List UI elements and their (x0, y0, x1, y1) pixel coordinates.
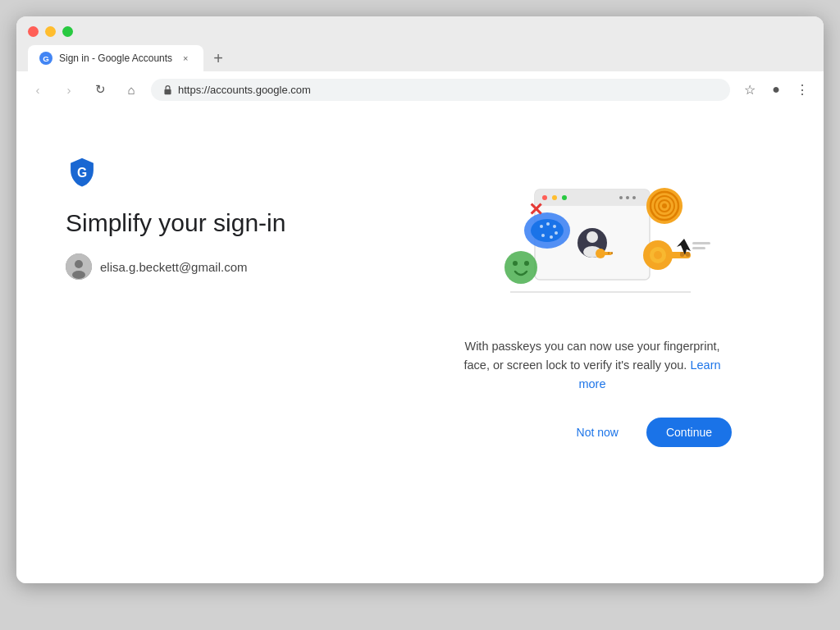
svg-point-23 (531, 219, 564, 242)
svg-text:✕: ✕ (528, 199, 543, 220)
address-bar-row: ‹ › ↻ ⌂ https://accounts.google.com ☆ ● … (16, 71, 824, 107)
account-row: elisa.g.beckett@gmail.com (66, 253, 377, 280)
maximize-window-button[interactable] (62, 26, 73, 37)
svg-point-10 (552, 195, 557, 200)
svg-rect-34 (686, 252, 690, 257)
svg-rect-37 (692, 242, 710, 244)
svg-point-25 (546, 222, 550, 226)
svg-point-43 (662, 203, 667, 208)
avatar-image (66, 253, 92, 280)
svg-rect-35 (680, 252, 684, 257)
active-tab[interactable]: G Sign in - Google Accounts × (28, 45, 203, 71)
close-window-button[interactable] (28, 26, 39, 37)
svg-point-32 (654, 251, 662, 259)
svg-point-27 (555, 231, 558, 235)
description-text: With passkeys you can now use your finge… (453, 337, 732, 395)
toolbar-right: ☆ ● ⋮ (738, 78, 814, 101)
page-content: G Simplify your sign-in elisa.g.beckett@… (16, 107, 824, 583)
illustration-svg: ✕ (461, 157, 724, 321)
forward-button[interactable]: › (57, 78, 80, 101)
continue-button[interactable]: Continue (646, 418, 732, 447)
svg-point-16 (587, 231, 598, 243)
svg-rect-2 (164, 89, 171, 94)
lock-icon (162, 84, 173, 95)
svg-point-26 (553, 225, 556, 228)
tab-bar: G Sign in - Google Accounts × + (28, 45, 812, 71)
google-shield-icon: G (66, 157, 98, 189)
svg-point-14 (632, 196, 636, 199)
avatar (66, 253, 92, 280)
browser-window: G Sign in - Google Accounts × + ‹ › ↻ ⌂ … (16, 16, 824, 583)
address-field[interactable]: https://accounts.google.com (151, 79, 730, 101)
svg-rect-20 (611, 252, 613, 254)
not-now-button[interactable]: Not now (562, 418, 633, 447)
url-text: https://accounts.google.com (178, 84, 311, 96)
svg-point-11 (562, 195, 567, 200)
title-bar: G Sign in - Google Accounts × + (16, 16, 824, 71)
svg-point-12 (619, 196, 623, 199)
window-controls (28, 26, 812, 37)
svg-point-13 (626, 196, 629, 199)
passkey-illustration: ✕ (461, 157, 724, 321)
new-tab-button[interactable]: + (207, 47, 230, 70)
tab-favicon-icon: G (39, 52, 52, 65)
main-heading: Simplify your sign-in (66, 209, 377, 237)
svg-point-44 (504, 251, 537, 284)
profile-button[interactable]: ● (765, 78, 788, 101)
minimize-window-button[interactable] (45, 26, 56, 37)
home-button[interactable]: ⌂ (120, 78, 143, 101)
reload-button[interactable]: ↻ (89, 78, 112, 101)
left-section: G Simplify your sign-in elisa.g.beckett@… (66, 157, 377, 280)
back-button[interactable]: ‹ (26, 78, 49, 101)
svg-point-5 (75, 260, 83, 268)
action-buttons: Not now Continue (453, 418, 732, 447)
svg-text:G: G (43, 54, 49, 63)
svg-text:G: G (77, 166, 87, 180)
svg-point-24 (540, 225, 543, 228)
right-section: ✕ With passkeys you can now use your fin… (410, 157, 774, 447)
close-tab-button[interactable]: × (179, 52, 192, 65)
content-area: G Simplify your sign-in elisa.g.beckett@… (66, 140, 774, 447)
svg-point-46 (524, 261, 529, 266)
svg-rect-21 (608, 252, 609, 254)
svg-point-29 (541, 234, 545, 237)
svg-point-45 (513, 261, 518, 266)
svg-rect-38 (692, 247, 705, 249)
description-body: With passkeys you can now use your finge… (463, 340, 719, 372)
menu-button[interactable]: ⋮ (791, 78, 814, 101)
svg-point-28 (550, 235, 553, 239)
bookmark-button[interactable]: ☆ (738, 78, 761, 101)
svg-point-6 (72, 271, 85, 279)
email-display: elisa.g.beckett@gmail.com (100, 260, 247, 274)
tab-title: Sign in - Google Accounts (59, 52, 172, 64)
